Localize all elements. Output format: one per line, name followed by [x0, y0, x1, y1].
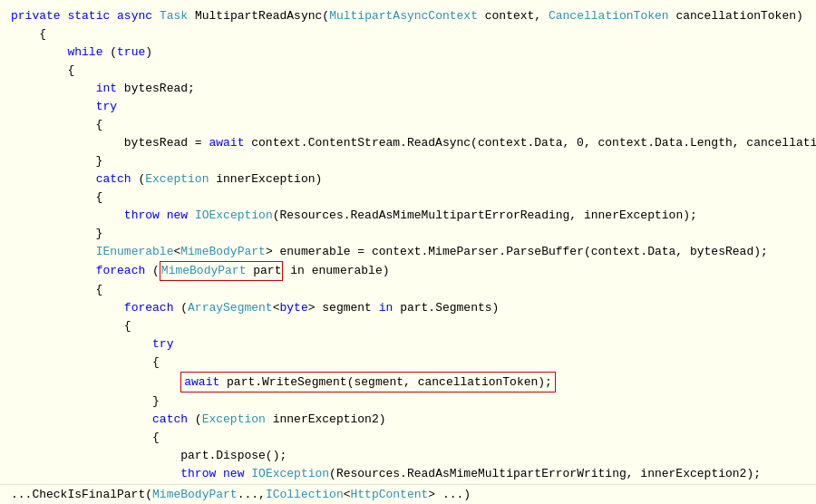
kw-byte: byte: [279, 299, 307, 317]
kw-in: in: [379, 299, 393, 317]
code-line-15: foreach (MimeBodyPart part in enumerable…: [0, 261, 816, 281]
kw-foreach-1: foreach: [96, 262, 146, 280]
type-mimebodypart-1: MimeBodyPart: [180, 243, 266, 261]
code-line-25: part.Dispose();: [0, 447, 816, 465]
code-line-2: {: [0, 25, 816, 44]
bottom-close: > ...): [428, 486, 471, 504]
kw-foreach-2: foreach: [124, 299, 174, 317]
kw-try-2: try: [152, 335, 173, 354]
type-exception-2: Exception: [202, 411, 266, 429]
kw-try-1: try: [96, 98, 117, 116]
code-line-16: {: [0, 281, 816, 299]
code-line-21: await part.WriteSegment(segment, cancell…: [0, 372, 816, 393]
code-line-20: {: [0, 354, 816, 372]
code-line-19: try: [0, 335, 816, 354]
code-line-13: }: [0, 225, 816, 243]
kw-throw-2: throw: [180, 465, 216, 483]
bottom-bar: ... CheckIsFinalPart(MimeBodyPart ..., I…: [0, 484, 816, 504]
type-mimebodypart-bottom: MimeBodyPart: [152, 486, 238, 504]
type-multipartasynccontext: MultipartAsyncContext: [329, 7, 478, 25]
kw-private: private: [11, 7, 61, 25]
kw-new-2: new: [223, 465, 244, 483]
bottom-ellipsis-1: ...,: [238, 486, 266, 504]
code-line-11: {: [0, 189, 816, 207]
type-cancellationtoken: CancellationToken: [549, 7, 669, 25]
code-line-3: while (true): [0, 44, 816, 62]
type-exception-1: Exception: [145, 170, 209, 189]
kw-while: while: [67, 44, 102, 62]
type-mimebodypart-2: MimeBodyPart: [161, 264, 247, 277]
highlight-write-segment: await part.WriteSegment(segment, cancell…: [180, 372, 556, 393]
code-line-26: throw new IOException(Resources.ReadAsMi…: [0, 465, 816, 483]
code-line-7: {: [0, 116, 816, 134]
bottom-partial-text: ...: [11, 486, 32, 504]
kw-catch-1: catch: [96, 170, 131, 189]
kw-await-1: await: [209, 134, 244, 152]
code-line-12: throw new IOException(Resources.ReadAsMi…: [0, 207, 816, 225]
type-ioexception-1: IOException: [195, 207, 273, 225]
type-ienumerable: IEnumerable: [96, 243, 174, 261]
code-container: private static async Task MultipartReadA…: [0, 0, 816, 504]
kw-true: true: [117, 44, 145, 62]
code-line-24: {: [0, 429, 816, 447]
bottom-generic-lt: <: [344, 486, 351, 504]
kw-static: static: [67, 7, 110, 25]
code-line-4: {: [0, 62, 816, 80]
code-line-23: catch (Exception innerException2): [0, 411, 816, 429]
type-icollection-bottom: ICollection: [266, 486, 344, 504]
type-task: Task: [160, 7, 188, 25]
kw-new-1: new: [167, 207, 188, 225]
type-arraysegment: ArraySegment: [188, 299, 273, 317]
code-line-17: foreach (ArraySegment<byte> segment in p…: [0, 299, 816, 317]
code-line-18: {: [0, 317, 816, 335]
code-line-9: }: [0, 152, 816, 170]
code-line-10: catch (Exception innerException): [0, 170, 816, 189]
kw-throw-1: throw: [124, 207, 160, 225]
code-line-5: int bytesRead;: [0, 80, 816, 98]
type-httpcontent-bottom: HttpContent: [351, 486, 429, 504]
kw-await-2: await: [184, 375, 219, 389]
kw-async: async: [117, 7, 152, 25]
kw-catch-2: catch: [152, 411, 188, 429]
bottom-check-method: CheckIsFinalPart(: [32, 486, 152, 504]
code-line-22: }: [0, 393, 816, 411]
code-line-8: bytesRead = await context.ContentStream.…: [0, 134, 816, 152]
highlight-mimebodypart-part: MimeBodyPart part: [160, 261, 284, 281]
kw-int: int: [96, 80, 117, 98]
type-ioexception-2: IOException: [251, 465, 329, 483]
code-line-6: try: [0, 98, 816, 116]
code-line-1: private static async Task MultipartReadA…: [0, 7, 816, 25]
code-line-14: IEnumerable<MimeBodyPart> enumerable = c…: [0, 243, 816, 261]
